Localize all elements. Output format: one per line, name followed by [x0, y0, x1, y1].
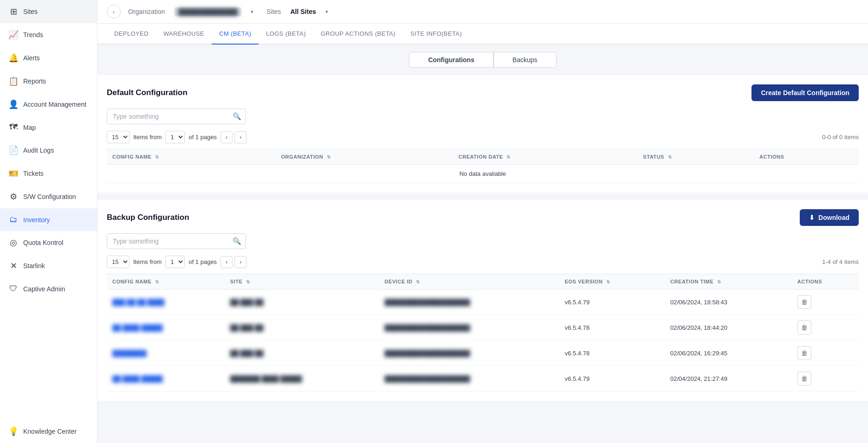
sidebar-item-inventory[interactable]: 🗂 Inventory: [0, 208, 97, 231]
default-config-page-select[interactable]: 1: [165, 131, 185, 143]
col-config-name: CONFIG NAME ⇅: [107, 149, 275, 165]
backup-config-next-page[interactable]: ›: [234, 256, 246, 268]
delete-row-button[interactable]: 🗑: [797, 321, 811, 334]
backup-device-id-cell: ████████████████████: [379, 315, 559, 340]
backup-config-search-icon[interactable]: 🔍: [233, 237, 241, 245]
default-config-per-page[interactable]: 15 25 50: [107, 131, 130, 143]
sidebar-item-knowledge-center[interactable]: 💡 Knowledge Center: [0, 420, 97, 443]
quota-icon: ◎: [8, 238, 19, 248]
sort-site-icon[interactable]: ⇅: [246, 279, 250, 284]
default-config-section: Default Configuration Create Default Con…: [97, 75, 868, 193]
backup-config-search-input[interactable]: [107, 233, 246, 249]
backup-config-search-wrap: 🔍: [107, 233, 246, 249]
tab-group-actions-beta[interactable]: GROUP ACTIONS (BETA): [313, 24, 403, 45]
sidebar-item-map[interactable]: 🗺 Map: [0, 116, 97, 139]
org-name: ██████████████: [174, 7, 241, 16]
table-row: ████████ ██ ███ ██ ████████████████████ …: [107, 340, 859, 366]
main-content: ‹ Organization ██████████████ ▾ Sites Al…: [97, 0, 868, 443]
reports-icon: 📋: [8, 76, 19, 86]
sidebar-item-label: Account Management: [23, 101, 86, 108]
sidebar-item-label: Knowledge Center: [23, 428, 77, 435]
default-config-prev-page[interactable]: ‹: [220, 131, 233, 143]
col-status: STATUS ⇅: [637, 149, 754, 165]
tab-site-info-beta[interactable]: SITE INFO(BETA): [403, 24, 469, 45]
org-chevron-icon: ▾: [251, 9, 253, 15]
sidebar-item-sites[interactable]: ⊞ Sites: [0, 0, 97, 23]
sidebar: ⊞ Sites 📈 Trends 🔔 Alerts 📋 Reports 👤 Ac…: [0, 0, 97, 443]
backup-config-name-cell: ███ ██ ██ ████: [107, 289, 225, 315]
tab-logs-beta[interactable]: LOGS (BETA): [259, 24, 313, 45]
sidebar-item-tickets[interactable]: 🎫 Tickets: [0, 162, 97, 185]
sort-config-name-icon[interactable]: ⇅: [155, 154, 159, 160]
backup-col-device-id: DEVICE ID ⇅: [379, 274, 559, 289]
sidebar-item-label: Audit Logs: [23, 147, 54, 154]
tab-cm-beta[interactable]: CM (BETA): [212, 24, 259, 45]
default-config-next-page[interactable]: ›: [234, 131, 246, 143]
default-config-title: Default Configuration: [107, 88, 188, 97]
sort-creation-date-icon[interactable]: ⇅: [506, 154, 511, 160]
sort-device-id-icon[interactable]: ⇅: [416, 279, 420, 284]
audit-icon: 📄: [8, 145, 19, 155]
default-config-header: Default Configuration Create Default Con…: [107, 84, 859, 101]
sub-tab-configurations[interactable]: Configurations: [409, 52, 493, 68]
sidebar-item-starlink[interactable]: ✕ Starlink: [0, 254, 97, 277]
sidebar-item-label: Inventory: [23, 216, 50, 224]
default-config-of-pages-label: of 1 pages: [188, 134, 217, 141]
sidebar-item-label: Quota Kontrol: [23, 239, 63, 246]
backup-config-section: Backup Configuration ⬇ Download 🔍 15 25 …: [97, 200, 868, 401]
default-config-pagination: ‹ ›: [220, 131, 246, 143]
table-row: ██ ████ █████ ██ ███ ██ ████████████████…: [107, 315, 859, 340]
delete-row-button[interactable]: 🗑: [797, 372, 811, 385]
account-icon: 👤: [8, 99, 19, 109]
backup-config-per-page[interactable]: 15 25 50: [107, 256, 130, 268]
delete-row-button[interactable]: 🗑: [797, 295, 811, 309]
backup-config-prev-page[interactable]: ‹: [220, 256, 233, 268]
sidebar-item-trends[interactable]: 📈 Trends: [0, 23, 97, 46]
sort-organization-icon[interactable]: ⇅: [327, 154, 331, 160]
download-button[interactable]: ⬇ Download: [800, 209, 859, 226]
sidebar-item-captive-admin[interactable]: 🛡 Captive Admin: [0, 277, 97, 300]
no-data-label: No data available: [107, 165, 859, 183]
sidebar-item-label: S/W Configuration: [23, 193, 76, 200]
delete-row-button[interactable]: 🗑: [797, 346, 811, 360]
default-config-search-icon[interactable]: 🔍: [233, 112, 241, 121]
back-button[interactable]: ‹: [107, 5, 121, 19]
backup-actions-cell: 🗑: [792, 315, 859, 340]
sidebar-item-label: Map: [23, 124, 36, 131]
sidebar-item-sw-configuration[interactable]: ⚙ S/W Configuration: [0, 185, 97, 208]
sidebar-item-audit-logs[interactable]: 📄 Audit Logs: [0, 139, 97, 162]
backup-config-title: Backup Configuration: [107, 213, 189, 222]
sort-backup-config-name-icon[interactable]: ⇅: [155, 279, 159, 284]
sort-creation-time-icon[interactable]: ⇅: [717, 279, 721, 284]
topbar: ‹ Organization ██████████████ ▾ Sites Al…: [97, 0, 868, 24]
sidebar-item-quota-kontrol[interactable]: ◎ Quota Kontrol: [0, 231, 97, 254]
sidebar-item-label: Reports: [23, 77, 46, 85]
all-sites-label: All Sites: [290, 8, 316, 15]
default-config-items-from-label: Items from: [133, 134, 162, 141]
table-row: ██ ████ █████ ███████ ████ █████ ███████…: [107, 366, 859, 392]
backup-config-name-cell: ██ ████ █████: [107, 366, 225, 392]
col-creation-date: CREATION DATE ⇅: [453, 149, 638, 165]
sidebar-item-reports[interactable]: 📋 Reports: [0, 70, 97, 93]
backup-config-name-cell: ████████: [107, 340, 225, 366]
sub-tab-backups[interactable]: Backups: [493, 52, 557, 68]
sort-eos-version-icon[interactable]: ⇅: [606, 279, 610, 284]
backup-config-page-select[interactable]: 1: [165, 256, 185, 268]
create-default-config-button[interactable]: Create Default Configuration: [751, 84, 859, 101]
backup-config-table: CONFIG NAME ⇅ SITE ⇅ DEVICE ID ⇅ EOS V: [107, 274, 859, 392]
sidebar-item-label: Captive Admin: [23, 285, 65, 293]
trends-icon: 📈: [8, 30, 19, 40]
backup-config-header: Backup Configuration ⬇ Download: [107, 209, 859, 226]
tab-deployed[interactable]: DEPLOYED: [107, 24, 156, 45]
sort-status-icon[interactable]: ⇅: [668, 154, 672, 160]
starlink-icon: ✕: [8, 261, 19, 271]
sidebar-item-account-management[interactable]: 👤 Account Management: [0, 93, 97, 116]
backup-config-table-header-row: CONFIG NAME ⇅ SITE ⇅ DEVICE ID ⇅ EOS V: [107, 274, 859, 289]
default-config-table-controls: 15 25 50 Items from 1 of 1 pages ‹ › 0-0…: [107, 131, 859, 143]
tab-warehouse[interactable]: WAREHOUSE: [156, 24, 212, 45]
back-chevron-icon: ‹: [113, 8, 115, 15]
sidebar-item-alerts[interactable]: 🔔 Alerts: [0, 46, 97, 70]
default-config-search-input[interactable]: [107, 109, 246, 124]
backup-col-actions: ACTIONS: [792, 274, 859, 289]
backup-device-id-cell: ████████████████████: [379, 366, 559, 392]
